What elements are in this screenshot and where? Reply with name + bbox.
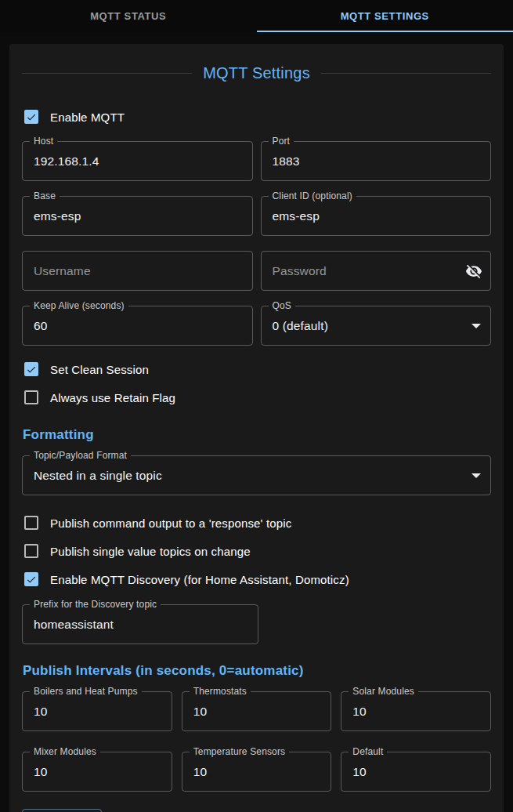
base-label: Base (30, 190, 60, 202)
checkbox-icon (24, 110, 38, 124)
clean-session-checkbox-row[interactable]: Set Clean Session (22, 355, 491, 383)
clean-session-label: Set Clean Session (50, 363, 149, 376)
username-field (22, 251, 253, 291)
toggle-password-visibility-button[interactable] (465, 263, 482, 280)
client-id-label: Client ID (optional) (269, 190, 356, 202)
qos-selected-value: 0 (default) (273, 319, 328, 333)
interval-mixer-input[interactable] (23, 752, 172, 791)
interval-solar-label: Solar Modules (349, 686, 418, 698)
username-input[interactable] (23, 252, 252, 290)
client-id-input[interactable] (262, 197, 491, 235)
title-divider-right (321, 73, 491, 74)
checkbox-icon (24, 516, 38, 530)
keep-alive-label: Keep Alive (seconds) (30, 300, 128, 312)
interval-solar-input[interactable] (341, 692, 490, 730)
keep-alive-input[interactable] (23, 306, 252, 345)
discovery-prefix-field: Prefix for the Discovery topic (22, 604, 258, 644)
intervals-section-heading: Publish Intervals (in seconds, 0=automat… (23, 663, 491, 679)
tab-mqtt-settings[interactable]: MQTT SETTINGS (257, 0, 513, 32)
active-tab-indicator (257, 31, 513, 32)
checkbox-icon (24, 572, 38, 586)
check-icon (26, 364, 37, 375)
enable-mqtt-checkbox-row[interactable]: Enable MQTT (22, 103, 491, 131)
mqtt-discovery-checkbox-row[interactable]: Enable MQTT Discovery (for Home Assistan… (22, 565, 491, 593)
interval-temperature-input[interactable] (182, 752, 331, 791)
keep-alive-field: Keep Alive (seconds) (22, 306, 253, 346)
retain-flag-label: Always use Retain Flag (50, 391, 175, 404)
settings-panel: MQTT Settings Enable MQTT Host Port Base… (9, 44, 504, 812)
interval-mixer-label: Mixer Modules (30, 746, 100, 758)
formatting-section-heading: Formatting (23, 427, 491, 443)
interval-thermostats-field: Thermostats (182, 691, 332, 731)
enable-mqtt-label: Enable MQTT (50, 111, 125, 124)
interval-boilers-input[interactable] (23, 692, 172, 730)
interval-temperature-field: Temperature Sensors (182, 752, 332, 792)
discovery-prefix-input[interactable] (23, 605, 258, 643)
interval-thermostats-label: Thermostats (190, 686, 251, 698)
qos-select[interactable]: QoS 0 (default) (261, 306, 492, 346)
check-icon (26, 574, 37, 585)
interval-temperature-label: Temperature Sensors (190, 746, 290, 758)
checkbox-icon (24, 544, 38, 558)
title-divider-left (22, 73, 192, 74)
format-selected-value: Nested in a single topic (34, 469, 162, 483)
client-id-field: Client ID (optional) (261, 196, 492, 236)
host-label: Host (30, 136, 57, 147)
qos-label: QoS (269, 300, 295, 312)
interval-mixer-field: Mixer Modules (22, 752, 172, 792)
interval-solar-field: Solar Modules (341, 691, 491, 731)
tab-bar: MQTT STATUS MQTT SETTINGS (0, 0, 513, 32)
interval-default-input[interactable] (341, 752, 490, 791)
format-label: Topic/Payload Format (30, 450, 131, 462)
checkbox-icon (24, 390, 38, 404)
save-button[interactable]: SAVE (22, 809, 102, 812)
interval-default-field: Default (341, 752, 491, 792)
publish-single-label: Publish single value topics on change (50, 545, 251, 558)
base-input[interactable] (23, 197, 252, 235)
retain-flag-checkbox-row[interactable]: Always use Retain Flag (22, 383, 491, 411)
host-field: Host (22, 141, 253, 181)
interval-boilers-label: Boilers and Heat Pumps (30, 686, 142, 698)
publish-response-label: Publish command output to a 'response' t… (50, 517, 291, 530)
tab-mqtt-status[interactable]: MQTT STATUS (0, 0, 257, 32)
base-field: Base (22, 196, 253, 236)
port-label: Port (269, 136, 294, 147)
page-title-row: MQTT Settings (22, 64, 491, 82)
visibility-off-icon (465, 263, 482, 280)
publish-response-checkbox-row[interactable]: Publish command output to a 'response' t… (22, 509, 491, 537)
port-field: Port (261, 141, 492, 181)
host-input[interactable] (23, 142, 252, 180)
publish-single-checkbox-row[interactable]: Publish single value topics on change (22, 537, 491, 565)
mqtt-discovery-label: Enable MQTT Discovery (for Home Assistan… (50, 573, 349, 586)
dropdown-arrow-icon (471, 473, 481, 478)
checkbox-icon (24, 362, 38, 376)
password-input[interactable] (262, 252, 491, 290)
check-icon (26, 111, 37, 123)
dropdown-arrow-icon (471, 324, 481, 328)
interval-boilers-field: Boilers and Heat Pumps (22, 691, 172, 731)
topic-payload-format-select[interactable]: Topic/Payload Format Nested in a single … (22, 455, 491, 495)
interval-default-label: Default (349, 746, 387, 758)
port-input[interactable] (262, 142, 491, 180)
password-field (261, 251, 492, 291)
discovery-prefix-label: Prefix for the Discovery topic (30, 599, 161, 611)
interval-thermostats-input[interactable] (182, 692, 331, 730)
page-title: MQTT Settings (192, 64, 321, 82)
